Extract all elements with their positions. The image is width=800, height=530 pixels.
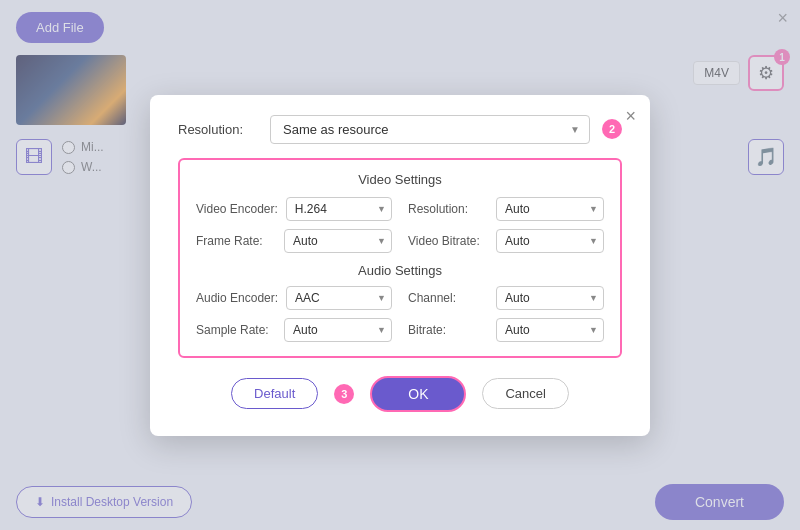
sample-rate-row: Sample Rate: Auto ▼	[196, 318, 392, 342]
sample-rate-label: Sample Rate:	[196, 323, 276, 337]
audio-bitrate-label: Bitrate:	[408, 323, 488, 337]
cancel-button[interactable]: Cancel	[482, 378, 568, 409]
resolution-row: Resolution: Same as resource ▼ 2	[178, 115, 622, 144]
ok-button[interactable]: OK	[370, 376, 466, 412]
channel-row: Channel: Auto ▼	[408, 286, 604, 310]
app-background: × Add File M4V ⚙ 1 🎞 Mi...	[0, 0, 800, 530]
video-bitrate-row: Video Bitrate: Auto ▼	[408, 229, 604, 253]
default-button[interactable]: Default	[231, 378, 318, 409]
modal-close-button[interactable]: ×	[625, 107, 636, 125]
video-bitrate-select[interactable]: Auto	[496, 229, 604, 253]
audio-settings-grid: Audio Encoder: AAC ▼ Channel:	[196, 286, 604, 342]
settings-box: Video Settings Video Encoder: H.264 ▼	[178, 158, 622, 358]
sample-rate-select-wrap: Auto ▼	[284, 318, 392, 342]
frame-rate-row: Frame Rate: Auto ▼	[196, 229, 392, 253]
step3-badge: 3	[334, 384, 354, 404]
video-bitrate-label: Video Bitrate:	[408, 234, 488, 248]
video-resolution-select-wrap: Auto ▼	[496, 197, 604, 221]
frame-rate-select-wrap: Auto ▼	[284, 229, 392, 253]
video-settings-grid: Video Encoder: H.264 ▼ Resolution:	[196, 197, 604, 253]
audio-encoder-label: Audio Encoder:	[196, 291, 278, 305]
resolution-select-wrap: Same as resource ▼	[270, 115, 590, 144]
modal-footer: Default 3 OK Cancel	[178, 376, 622, 412]
audio-bitrate-row: Bitrate: Auto ▼	[408, 318, 604, 342]
video-encoder-select[interactable]: H.264	[286, 197, 392, 221]
channel-label: Channel:	[408, 291, 488, 305]
video-encoder-label: Video Encoder:	[196, 202, 278, 216]
video-encoder-row: Video Encoder: H.264 ▼	[196, 197, 392, 221]
frame-rate-select[interactable]: Auto	[284, 229, 392, 253]
settings-modal: × Resolution: Same as resource ▼ 2 Video…	[150, 95, 650, 436]
channel-select-wrap: Auto ▼	[496, 286, 604, 310]
video-settings-title: Video Settings	[196, 172, 604, 187]
audio-bitrate-select-wrap: Auto ▼	[496, 318, 604, 342]
frame-rate-label: Frame Rate:	[196, 234, 276, 248]
video-resolution-label: Resolution:	[408, 202, 488, 216]
sample-rate-select[interactable]: Auto	[284, 318, 392, 342]
audio-encoder-row: Audio Encoder: AAC ▼	[196, 286, 392, 310]
audio-encoder-select-wrap: AAC ▼	[286, 286, 392, 310]
video-encoder-select-wrap: H.264 ▼	[286, 197, 392, 221]
resolution-field-label: Resolution:	[178, 122, 258, 137]
resolution-select[interactable]: Same as resource	[270, 115, 590, 144]
video-resolution-select[interactable]: Auto	[496, 197, 604, 221]
modal-overlay: × Resolution: Same as resource ▼ 2 Video…	[0, 0, 800, 530]
audio-settings-title: Audio Settings	[196, 263, 604, 278]
video-bitrate-select-wrap: Auto ▼	[496, 229, 604, 253]
channel-select[interactable]: Auto	[496, 286, 604, 310]
audio-bitrate-select[interactable]: Auto	[496, 318, 604, 342]
step2-badge: 2	[602, 119, 622, 139]
video-resolution-row: Resolution: Auto ▼	[408, 197, 604, 221]
audio-encoder-select[interactable]: AAC	[286, 286, 392, 310]
